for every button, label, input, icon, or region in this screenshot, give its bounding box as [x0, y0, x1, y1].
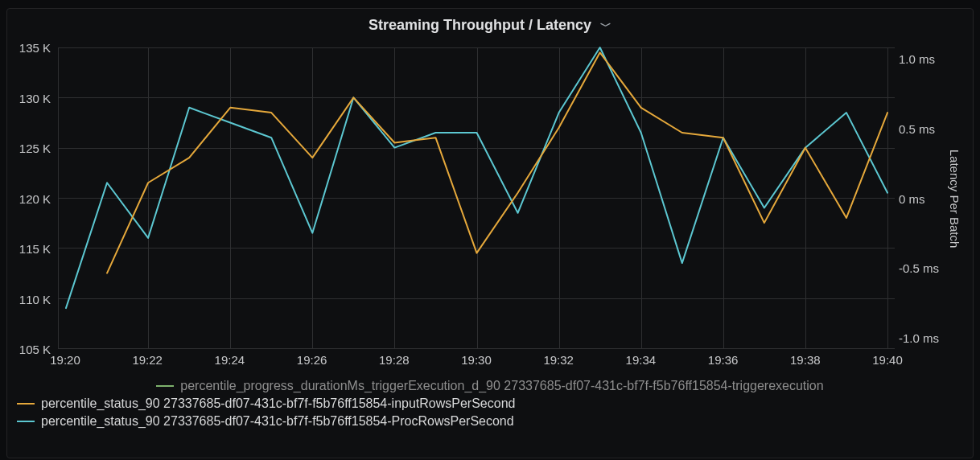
x-tick: 19:40	[872, 353, 903, 367]
x-tick: 19:34	[626, 353, 657, 367]
legend-label-proc: percentile_status_90 27337685-df07-431c-…	[41, 414, 514, 429]
x-tick: 19:36	[708, 353, 739, 367]
panel-menu-chevron-down-icon[interactable]: ﹀	[600, 19, 611, 32]
x-tick: 19:38	[790, 353, 821, 367]
y-left-tick: 130 K	[2, 91, 51, 105]
x-tick: 19:32	[543, 353, 574, 367]
x-tick: 19:26	[297, 353, 327, 367]
series-proc-rows	[66, 47, 887, 308]
legend-item-trigger[interactable]: percentile_progress_durationMs_triggerEx…	[7, 377, 973, 395]
y-right-tick: 0.5 ms	[899, 121, 955, 135]
legend: percentile_progress_durationMs_triggerEx…	[7, 377, 973, 430]
legend-swatch-input	[17, 403, 35, 405]
y-right-tick: 1.0 ms	[899, 52, 955, 66]
legend-item-proc[interactable]: percentile_status_90 27337685-df07-431c-…	[7, 413, 973, 430]
series-input-rows	[107, 52, 887, 273]
chart-lines-svg	[59, 47, 895, 348]
panel-title-text: Streaming Throughput / Latency	[369, 17, 591, 33]
y-left-tick: 125 K	[2, 142, 51, 155]
legend-item-input[interactable]: percentile_status_90 27337685-df07-431c-…	[7, 395, 973, 413]
x-tick: 19:22	[132, 353, 163, 367]
x-tick: 19:20	[50, 353, 80, 367]
y-left-tick: 110 K	[2, 292, 51, 306]
y-left-tick: 115 K	[2, 242, 51, 256]
x-tick: 19:24	[215, 353, 245, 367]
y-left-tick: 105 K	[2, 343, 51, 356]
y-right-tick: -0.5 ms	[899, 261, 955, 275]
legend-swatch-proc	[17, 421, 35, 422]
legend-swatch-trigger	[156, 385, 174, 387]
x-tick: 19:28	[379, 353, 410, 367]
legend-label-input: percentile_status_90 27337685-df07-431c-…	[41, 396, 515, 411]
y-left-tick: 120 K	[2, 191, 51, 205]
y-right-tick: -1.0 ms	[899, 331, 955, 345]
y-right-tick: 0 ms	[899, 191, 955, 205]
y-right-axis-title: Latency Per Batch	[948, 150, 961, 248]
panel-title: Streaming Throughput / Latency ﹀	[7, 9, 973, 39]
legend-label-trigger: percentile_progress_durationMs_triggerEx…	[180, 379, 823, 393]
y-left-tick: 135 K	[2, 41, 51, 55]
x-tick: 19:30	[461, 353, 492, 367]
chart-plot-area[interactable]	[58, 47, 895, 349]
chart-panel: Streaming Throughput / Latency ﹀ 135 K 1…	[6, 8, 974, 458]
